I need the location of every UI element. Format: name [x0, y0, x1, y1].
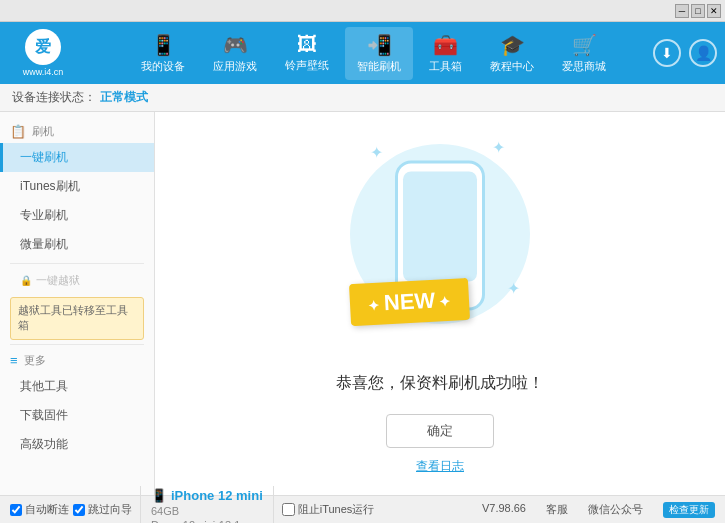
nav-smart-flash[interactable]: 📲 智能刷机 [345, 27, 413, 80]
sidebar-item-download-firmware[interactable]: 下载固件 [0, 401, 154, 430]
more-section-icon: ≡ [10, 353, 18, 368]
skip-wizard-checkbox[interactable] [73, 504, 85, 516]
jailbreak-info-box: 越狱工具已转移至工具箱 [10, 297, 144, 340]
user-button[interactable]: 👤 [689, 39, 717, 67]
checkbox-auto-dismiss[interactable]: 自动断连 [10, 502, 69, 517]
sidebar-item-itunes-flash[interactable]: iTunes刷机 [0, 172, 154, 201]
footer: 自动断连 跳过向导 📱 iPhone 12 mini 64GB Down-12m… [0, 495, 725, 523]
nav-flash-icon: 📲 [367, 33, 392, 57]
auto-dismiss-label: 自动断连 [25, 502, 69, 517]
more-section-label: 更多 [24, 353, 46, 368]
nav-mall-icon: 🛒 [572, 33, 597, 57]
itunes-flash-label: iTunes刷机 [20, 179, 80, 193]
phone-screen [403, 171, 477, 281]
nav-mall-label: 爱思商城 [562, 59, 606, 74]
sidebar-divider-1 [10, 263, 144, 264]
sidebar-item-other-tools[interactable]: 其他工具 [0, 372, 154, 401]
status-label: 设备连接状态： [12, 89, 96, 106]
status-value: 正常模式 [100, 89, 148, 106]
nav-mall[interactable]: 🛒 爱思商城 [550, 27, 618, 80]
nav-tutorial-label: 教程中心 [490, 59, 534, 74]
success-illustration: NEW ✦ ✦ ✦ [340, 133, 540, 353]
confirm-button[interactable]: 确定 [386, 414, 494, 448]
status-bar: 设备连接状态： 正常模式 [0, 84, 725, 112]
nav-toolbox[interactable]: 🧰 工具箱 [417, 27, 474, 80]
content-area: NEW ✦ ✦ ✦ 恭喜您，保资料刷机成功啦！ 确定 查看日志 [155, 112, 725, 495]
sidebar-item-pro-flash[interactable]: 专业刷机 [0, 201, 154, 230]
title-bar: ─ □ ✕ [0, 0, 725, 22]
logo-area[interactable]: 爱 www.i4.cn [8, 29, 78, 77]
skip-wizard-label: 跳过向导 [88, 502, 132, 517]
nav-wallpaper[interactable]: 🖼 铃声壁纸 [273, 27, 341, 80]
nav-flash-label: 智能刷机 [357, 59, 401, 74]
logo-icon: 爱 [25, 29, 61, 65]
sidebar-item-advanced[interactable]: 高级功能 [0, 430, 154, 459]
auto-dismiss-checkbox[interactable] [10, 504, 22, 516]
flash-section-icon: 📋 [10, 124, 26, 139]
flash-section-label: 刷机 [32, 124, 54, 139]
today-link[interactable]: 查看日志 [416, 458, 464, 475]
top-nav: 爱 www.i4.cn 📱 我的设备 🎮 应用游戏 🖼 铃声壁纸 📲 智能刷机 … [0, 22, 725, 84]
advanced-label: 高级功能 [20, 437, 68, 451]
footer-mid: V7.98.66 客服 微信公众号 检查更新 [482, 502, 715, 518]
sidebar: 📋 刷机 一键刷机 iTunes刷机 专业刷机 微量刷机 🔒 一键越狱 越狱工具… [0, 112, 155, 495]
sidebar-item-micro-flash[interactable]: 微量刷机 [0, 230, 154, 259]
device-storage: 64GB [151, 505, 263, 517]
sparkle-1: ✦ [370, 143, 383, 162]
one-click-flash-label: 一键刷机 [20, 150, 68, 164]
nav-items: 📱 我的设备 🎮 应用游戏 🖼 铃声壁纸 📲 智能刷机 🧰 工具箱 🎓 教程中心… [94, 27, 653, 80]
nav-device-label: 我的设备 [141, 59, 185, 74]
device-name: 📱 iPhone 12 mini [151, 488, 263, 503]
sidebar-section-more[interactable]: ≡ 更多 [0, 349, 154, 372]
checkbox-skip-wizard[interactable]: 跳过向导 [73, 502, 132, 517]
nav-apps-label: 应用游戏 [213, 59, 257, 74]
micro-flash-label: 微量刷机 [20, 237, 68, 251]
window-controls[interactable]: ─ □ ✕ [675, 4, 721, 18]
footer-left: 自动断连 跳过向导 [10, 502, 132, 517]
sparkle-3: ✦ [507, 279, 520, 298]
stop-itunes-area[interactable]: 阻止iTunes运行 [282, 502, 375, 517]
nav-wallpaper-label: 铃声壁纸 [285, 58, 329, 73]
sidebar-section-flash[interactable]: 📋 刷机 [0, 120, 154, 143]
download-firmware-label: 下载固件 [20, 408, 68, 422]
device-info-panel: 📱 iPhone 12 mini 64GB Down-12mini-13,1 [140, 486, 274, 523]
lock-icon: 🔒 [20, 275, 32, 286]
wechat-link[interactable]: 微信公众号 [588, 502, 643, 518]
download-button[interactable]: ⬇ [653, 39, 681, 67]
main-layout: 📋 刷机 一键刷机 iTunes刷机 专业刷机 微量刷机 🔒 一键越狱 越狱工具… [0, 112, 725, 495]
maximize-button[interactable]: □ [691, 4, 705, 18]
minimize-button[interactable]: ─ [675, 4, 689, 18]
sidebar-section-jailbreak: 🔒 一键越狱 [0, 268, 154, 293]
logo-text: www.i4.cn [23, 67, 64, 77]
device-icon: 📱 [151, 488, 167, 503]
nav-right: ⬇ 👤 [653, 39, 717, 67]
stop-itunes-checkbox[interactable] [282, 503, 295, 516]
device-system: Down-12mini-13,1 [151, 519, 263, 523]
version-text: V7.98.66 [482, 502, 526, 518]
nav-toolbox-label: 工具箱 [429, 59, 462, 74]
check-update-button[interactable]: 检查更新 [663, 502, 715, 518]
other-tools-label: 其他工具 [20, 379, 68, 393]
success-message: 恭喜您，保资料刷机成功啦！ [336, 373, 544, 394]
stop-itunes-label: 阻止iTunes运行 [298, 502, 375, 517]
nav-tutorial-icon: 🎓 [500, 33, 525, 57]
new-badge: NEW [349, 277, 470, 325]
nav-tutorial[interactable]: 🎓 教程中心 [478, 27, 546, 80]
close-button[interactable]: ✕ [707, 4, 721, 18]
nav-apps-icon: 🎮 [223, 33, 248, 57]
service-link[interactable]: 客服 [546, 502, 568, 518]
nav-toolbox-icon: 🧰 [433, 33, 458, 57]
nav-my-device[interactable]: 📱 我的设备 [129, 27, 197, 80]
sparkle-2: ✦ [492, 138, 505, 157]
sidebar-divider-2 [10, 344, 144, 345]
sidebar-item-one-click-flash[interactable]: 一键刷机 [0, 143, 154, 172]
nav-wallpaper-icon: 🖼 [297, 33, 317, 56]
jailbreak-label: 一键越狱 [36, 273, 80, 288]
nav-device-icon: 📱 [151, 33, 176, 57]
pro-flash-label: 专业刷机 [20, 208, 68, 222]
nav-apps-games[interactable]: 🎮 应用游戏 [201, 27, 269, 80]
